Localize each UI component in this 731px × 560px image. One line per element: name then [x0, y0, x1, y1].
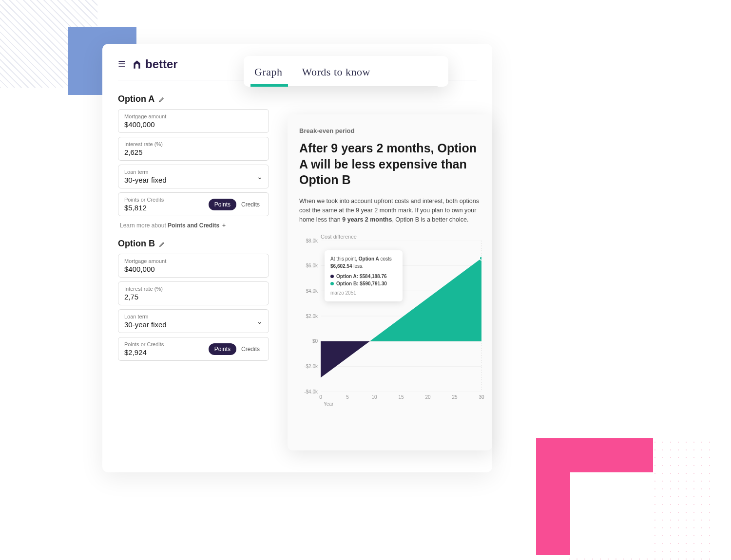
toggle-credits[interactable]: Credits	[236, 344, 265, 355]
option-a-heading: Option A	[118, 94, 269, 104]
field-label: Mortgage amount	[124, 113, 263, 119]
tooltip-option-b: Option B: $590,791.30	[330, 280, 397, 287]
option-b-title: Option B	[118, 239, 155, 249]
chart-tooltip: At this point, Option A costs $6,602.54 …	[325, 250, 403, 301]
brand-text: better	[145, 57, 178, 71]
svg-point-9	[480, 256, 481, 260]
chevron-down-icon: ⌄	[257, 317, 263, 325]
pencil-icon[interactable]	[159, 241, 166, 247]
option-a-rate-field[interactable]: Interest rate (%) 2,625	[118, 137, 269, 161]
option-b-term-select[interactable]: Loan term 30-year fixed ⌄	[118, 309, 269, 333]
toggle-credits[interactable]: Credits	[236, 199, 265, 210]
field-value: 30-year fixed	[124, 176, 263, 184]
field-label: Mortgage amount	[124, 258, 263, 264]
field-value: $400,000	[124, 120, 263, 129]
cost-difference-chart[interactable]: Cost difference $8.0k$6.0k$4.0k$2.0k$0-$…	[299, 236, 481, 411]
chart-xtick: 0	[319, 394, 322, 400]
breakeven-title: After 9 years 2 months, Option A will be…	[299, 140, 481, 188]
option-b-mortgage-field[interactable]: Mortgage amount $400,000	[118, 254, 269, 278]
option-b-rate-field[interactable]: Interest rate (%) 2,75	[118, 281, 269, 305]
house-icon	[132, 59, 142, 70]
tabs-row: Graph Words to know	[254, 66, 438, 87]
option-a-mortgage-field[interactable]: Mortgage amount $400,000	[118, 109, 269, 133]
learn-more-topic: Points and Credits	[168, 222, 219, 229]
tab-graph[interactable]: Graph	[254, 66, 282, 86]
options-form-panel: Option A Mortgage amount $400,000 Intere…	[118, 94, 269, 361]
points-credits-toggle[interactable]: Points Credits	[209, 343, 265, 355]
option-b-heading: Option B	[118, 239, 269, 249]
field-label: Loan term	[124, 169, 263, 175]
chart-title: Cost difference	[321, 234, 357, 240]
tab-words-to-know[interactable]: Words to know	[302, 66, 370, 86]
field-value: 2,625	[124, 148, 263, 156]
chart-xtick: 30	[479, 394, 484, 400]
chevron-down-icon: ⌄	[257, 173, 263, 181]
chart-ytick: $8.0k	[299, 238, 318, 243]
field-value: 2,75	[124, 293, 263, 301]
field-label: Interest rate (%)	[124, 141, 263, 147]
chart-xtick: 15	[398, 394, 404, 400]
breakeven-description: When we took into account upfront costs …	[299, 197, 481, 225]
tabs-overlay: Graph Words to know	[244, 56, 448, 87]
chart-ytick: $2.0k	[299, 313, 318, 318]
results-panel: Break-even period After 9 years 2 months…	[288, 114, 492, 450]
option-a-points-field[interactable]: Points or Credits $5,812 Points Credits	[118, 192, 269, 216]
field-value: $400,000	[124, 265, 263, 273]
tooltip-headline: At this point, Option A costs $6,602.54 …	[330, 255, 397, 270]
learn-more-link[interactable]: Learn more about Points and Credits+	[120, 222, 269, 229]
chart-ytick: $0	[299, 338, 318, 344]
toggle-points[interactable]: Points	[209, 199, 236, 210]
chart-xlabel: Year	[324, 401, 333, 407]
learn-more-prefix: Learn more about	[120, 222, 168, 229]
option-b-points-field[interactable]: Points or Credits $2,924 Points Credits	[118, 337, 269, 361]
pencil-icon[interactable]	[158, 96, 165, 103]
menu-icon[interactable]: ☰	[118, 59, 126, 70]
chart-xtick: 25	[452, 394, 457, 400]
field-label: Interest rate (%)	[124, 286, 263, 292]
brand-logo[interactable]: better	[132, 57, 178, 71]
chart-ytick: $4.0k	[299, 288, 318, 293]
plus-icon: +	[222, 222, 226, 229]
option-a-term-select[interactable]: Loan term 30-year fixed ⌄	[118, 165, 269, 188]
chart-xtick: 10	[371, 394, 377, 400]
field-value: 30-year fixed	[124, 320, 263, 329]
chart-xtick: 5	[346, 394, 349, 400]
chart-ytick: -$4.0k	[299, 389, 318, 394]
tooltip-option-a: Option A: $584,188.76	[330, 273, 397, 280]
decor-pink-l-cut	[570, 472, 653, 555]
chart-xtick: 20	[425, 394, 430, 400]
breakeven-label: Break-even period	[299, 127, 481, 134]
chart-ytick: -$2.0k	[299, 363, 318, 369]
toggle-points[interactable]: Points	[209, 343, 236, 355]
points-credits-toggle[interactable]: Points Credits	[209, 199, 265, 210]
chart-ytick: $6.0k	[299, 263, 318, 268]
field-label: Loan term	[124, 314, 263, 319]
option-a-title: Option A	[118, 94, 154, 104]
tooltip-date: marzo 2051	[330, 289, 397, 297]
